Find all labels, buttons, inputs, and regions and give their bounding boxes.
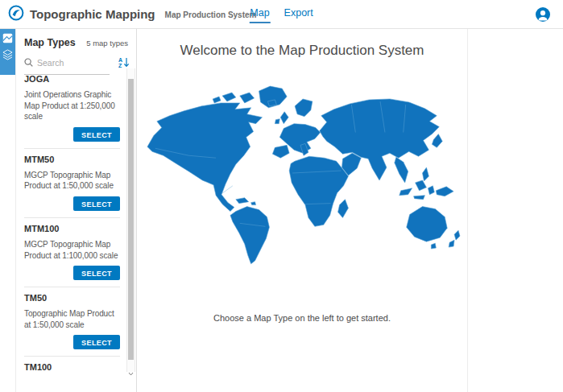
app-subtitle: Map Production System bbox=[165, 9, 257, 19]
map-type-list: JOGA Joint Operations Graphic Map Produc… bbox=[16, 68, 136, 372]
search-input[interactable] bbox=[37, 58, 105, 68]
chevron-up-icon[interactable] bbox=[128, 72, 134, 76]
select-button[interactable]: SELECT bbox=[73, 335, 120, 349]
map-type-item-tm50: TM50 Topographic Map Product at 1:50,000… bbox=[24, 287, 120, 356]
map-type-count: 5 map types bbox=[86, 39, 128, 47]
map-type-item-tm100: TM100 bbox=[24, 356, 120, 372]
map-type-description: MGCP Topographic Map Product at 1:50,000… bbox=[24, 170, 120, 192]
select-button[interactable]: SELECT bbox=[73, 266, 120, 280]
nav-tab-export[interactable]: Export bbox=[284, 6, 314, 23]
map-type-item-mtm100: MTM100 MGCP Topographic Map Product at 1… bbox=[24, 217, 120, 287]
app-header: Topographic Mapping Map Production Syste… bbox=[0, 0, 563, 29]
world-map-image bbox=[143, 78, 462, 270]
main-area: Welcome to the Map Production System bbox=[137, 29, 563, 392]
tool-rail bbox=[0, 29, 16, 392]
map-type-description: MGCP Topographic Map Product at 1:100,00… bbox=[24, 239, 120, 261]
main-empty-area bbox=[468, 29, 563, 392]
svg-text:Z: Z bbox=[118, 63, 122, 68]
map-type-item-joga: JOGA Joint Operations Graphic Map Produc… bbox=[24, 68, 120, 148]
map-type-description: Topographic Map Product at 1:50,000 scal… bbox=[24, 308, 120, 330]
svg-text:A: A bbox=[118, 57, 122, 63]
welcome-panel: Welcome to the Map Production System bbox=[137, 29, 468, 392]
layers-tool-icon[interactable] bbox=[2, 49, 13, 60]
map-type-name: JOGA bbox=[24, 75, 120, 84]
panel-head: Map Types 5 map types bbox=[16, 29, 136, 48]
tool-rail-active-group bbox=[0, 29, 15, 75]
brand: Topographic Mapping Map Production Syste… bbox=[8, 5, 256, 24]
sidebar-scrollbar[interactable] bbox=[126, 68, 135, 372]
map-types-tool-icon[interactable] bbox=[2, 33, 13, 43]
app-logo-icon bbox=[8, 5, 24, 24]
welcome-title: Welcome to the Map Production System bbox=[180, 43, 424, 59]
chevron-down-icon[interactable] bbox=[128, 365, 134, 369]
panel-title: Map Types bbox=[24, 37, 76, 48]
map-type-name: TM50 bbox=[24, 294, 120, 303]
helper-text: Choose a Map Type on the left to get sta… bbox=[213, 313, 391, 323]
map-type-description: Joint Operations Graphic Map Product at … bbox=[24, 89, 120, 122]
nav-tab-map[interactable]: Map bbox=[249, 6, 270, 23]
app-window: Topographic Mapping Map Production Syste… bbox=[0, 0, 563, 392]
select-button[interactable]: SELECT bbox=[73, 127, 120, 142]
body: Map Types 5 map types A Z bbox=[0, 29, 563, 392]
map-type-name: MTM50 bbox=[24, 155, 120, 164]
map-type-item-mtm50: MTM50 MGCP Topographic Map Product at 1:… bbox=[24, 148, 120, 217]
scrollbar-thumb[interactable] bbox=[128, 79, 134, 360]
select-button[interactable]: SELECT bbox=[73, 196, 120, 211]
main-nav: Map Export bbox=[249, 0, 313, 28]
app-title: Topographic Mapping bbox=[30, 7, 155, 21]
map-type-name: TM100 bbox=[24, 363, 120, 372]
user-avatar-icon[interactable] bbox=[536, 7, 550, 22]
map-type-name: MTM100 bbox=[24, 225, 120, 233]
map-types-panel: Map Types 5 map types A Z bbox=[16, 29, 137, 392]
